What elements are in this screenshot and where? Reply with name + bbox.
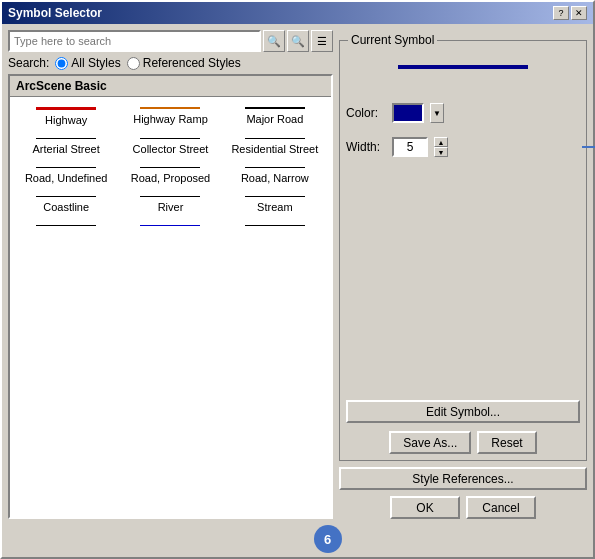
bottom-callout-bubble: 6 (314, 525, 342, 553)
symbol-item-label: Road, Undefined (25, 172, 108, 184)
symbol-item-label: River (158, 201, 184, 213)
symbol-selector-window: Symbol Selector ? ✕ 🔍 🔍 ☰ Search: All St… (0, 0, 595, 559)
callout-line (582, 146, 595, 148)
list-item[interactable] (14, 219, 118, 236)
symbol-item-label: Road, Narrow (241, 172, 309, 184)
title-bar: Symbol Selector ? ✕ (2, 2, 593, 24)
search-input[interactable] (8, 30, 261, 52)
clear-button[interactable]: 🔍 (287, 30, 309, 52)
symbol-line-preview (36, 225, 96, 226)
list-item[interactable]: Collector Street (118, 132, 222, 161)
preview-line (398, 65, 528, 69)
width-row: Width: ▲ ▼ 5 (346, 137, 580, 157)
color-label: Color: (346, 106, 386, 120)
list-item[interactable]: Stream (223, 190, 327, 219)
symbol-line-preview (245, 225, 305, 226)
symbol-item-label: Stream (257, 201, 292, 213)
symbol-line-preview (36, 107, 96, 110)
width-input[interactable] (392, 137, 428, 157)
main-content: 🔍 🔍 ☰ Search: All Styles Referenced Styl… (2, 24, 593, 525)
width-spinners: ▲ ▼ (434, 137, 448, 157)
save-reset-row: Save As... Reset (346, 431, 580, 454)
symbol-line-preview (140, 138, 200, 139)
width-label: Width: (346, 140, 386, 154)
symbol-line-preview (140, 225, 200, 226)
all-styles-label: All Styles (71, 56, 120, 70)
symbol-list-header: ArcScene Basic (10, 76, 331, 97)
symbol-line-preview (245, 196, 305, 197)
width-callout-container: 5 (582, 133, 595, 161)
options-button[interactable]: ☰ (311, 30, 333, 52)
symbol-line-preview (245, 107, 305, 109)
right-panel: Current Symbol Color: ▼ Width: ▲ (339, 30, 587, 519)
symbol-line-preview (36, 167, 96, 168)
list-item[interactable]: Highway Ramp (118, 101, 222, 132)
symbol-line-preview (245, 138, 305, 139)
list-item[interactable]: River (118, 190, 222, 219)
symbol-line-preview (140, 107, 200, 109)
symbol-line-preview (140, 196, 200, 197)
referenced-styles-label: Referenced Styles (143, 56, 241, 70)
list-item[interactable]: Arterial Street (14, 132, 118, 161)
list-item[interactable] (223, 219, 327, 236)
width-increment[interactable]: ▲ (434, 137, 448, 147)
close-button[interactable]: ✕ (571, 6, 587, 20)
symbol-item-label: Highway Ramp (133, 113, 208, 125)
symbol-item-label: Residential Street (231, 143, 318, 155)
title-bar-buttons: ? ✕ (553, 6, 587, 20)
symbol-line-preview (140, 167, 200, 168)
symbol-preview (346, 47, 580, 87)
current-symbol-label: Current Symbol (348, 33, 437, 47)
edit-symbol-button[interactable]: Edit Symbol... (346, 400, 580, 423)
ok-button[interactable]: OK (390, 496, 460, 519)
edit-symbol-row: Edit Symbol... (346, 400, 580, 423)
help-button[interactable]: ? (553, 6, 569, 20)
current-symbol-group: Current Symbol Color: ▼ Width: ▲ (339, 40, 587, 461)
list-item[interactable]: Highway (14, 101, 118, 132)
reset-button[interactable]: Reset (477, 431, 536, 454)
list-item[interactable]: Coastline (14, 190, 118, 219)
symbol-item-label: Arterial Street (33, 143, 100, 155)
symbol-list-content[interactable]: HighwayHighway RampMajor RoadArterial St… (10, 97, 331, 517)
list-item[interactable]: Road, Proposed (118, 161, 222, 190)
symbol-line-preview (36, 196, 96, 197)
search-bar: 🔍 🔍 ☰ (8, 30, 333, 52)
symbol-line-preview (245, 167, 305, 168)
referenced-styles-option[interactable]: Referenced Styles (127, 56, 241, 70)
style-references-button[interactable]: Style References... (339, 467, 587, 490)
color-row: Color: ▼ (346, 103, 580, 123)
symbol-item-label: Collector Street (133, 143, 209, 155)
search-filter-row: Search: All Styles Referenced Styles (8, 56, 333, 70)
symbol-item-label: Road, Proposed (131, 172, 211, 184)
left-panel: 🔍 🔍 ☰ Search: All Styles Referenced Styl… (8, 30, 333, 519)
save-as-button[interactable]: Save As... (389, 431, 471, 454)
list-item[interactable]: Residential Street (223, 132, 327, 161)
all-styles-option[interactable]: All Styles (55, 56, 120, 70)
cancel-button[interactable]: Cancel (466, 496, 536, 519)
width-decrement[interactable]: ▼ (434, 147, 448, 157)
search-label: Search: (8, 56, 49, 70)
search-button[interactable]: 🔍 (263, 30, 285, 52)
ok-cancel-row: OK Cancel (339, 496, 587, 519)
list-item[interactable] (118, 219, 222, 236)
symbol-item-label: Coastline (43, 201, 89, 213)
symbol-list-box: ArcScene Basic HighwayHighway RampMajor … (8, 74, 333, 519)
bottom-callout-area: 6 (2, 525, 593, 557)
window-title: Symbol Selector (8, 6, 102, 20)
color-dropdown-arrow[interactable]: ▼ (430, 103, 444, 123)
list-item[interactable]: Major Road (223, 101, 327, 132)
symbol-item-label: Major Road (246, 113, 303, 125)
style-references-row: Style References... (339, 467, 587, 490)
list-item[interactable]: Road, Narrow (223, 161, 327, 190)
list-item[interactable]: Road, Undefined (14, 161, 118, 190)
color-swatch[interactable] (392, 103, 424, 123)
symbol-item-label: Highway (45, 114, 87, 126)
symbol-line-preview (36, 138, 96, 139)
